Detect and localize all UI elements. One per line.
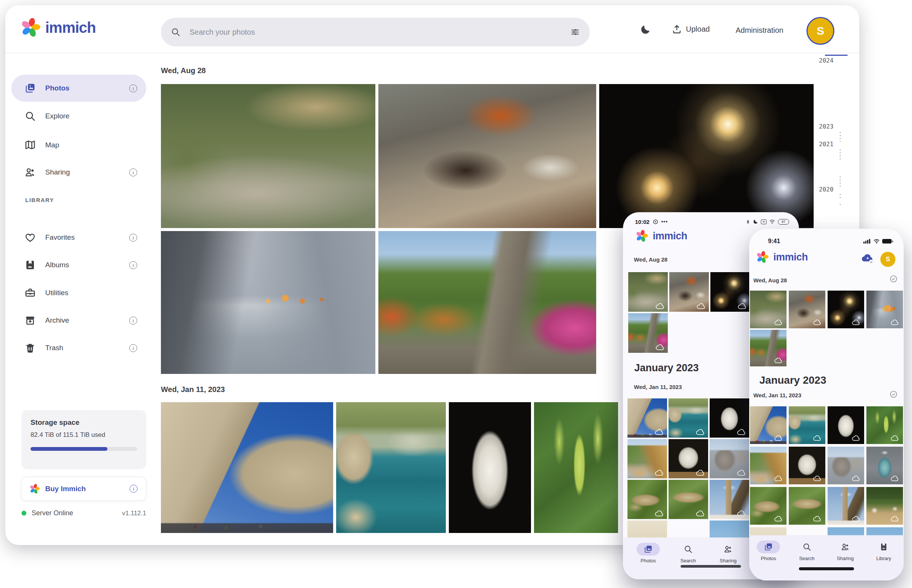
sidebar-item-photos[interactable]: Photos i bbox=[11, 74, 146, 102]
user-avatar[interactable]: S bbox=[880, 252, 896, 267]
sidebar-item-trash[interactable]: Trash i bbox=[11, 339, 146, 357]
sidebar-item-map[interactable]: Map bbox=[11, 136, 146, 154]
photo-monkeys-forest[interactable] bbox=[161, 84, 375, 228]
search-filters-icon[interactable] bbox=[570, 27, 580, 37]
sidebar-label-map: Map bbox=[45, 141, 59, 149]
photo-coastal-bay[interactable] bbox=[668, 398, 708, 438]
photo-dinner-table[interactable] bbox=[378, 84, 596, 228]
sidebar-item-albums[interactable]: Albums i bbox=[11, 256, 146, 274]
tab-sharing[interactable]: Sharing bbox=[828, 541, 862, 561]
info-icon[interactable]: i bbox=[130, 485, 137, 493]
info-icon[interactable]: i bbox=[129, 168, 137, 176]
home-indicator bbox=[681, 565, 741, 568]
photo-fortress-ruins[interactable] bbox=[710, 439, 749, 478]
sidebar-item-utilities[interactable]: Utilities bbox=[11, 284, 146, 302]
photo-monkeys-forest[interactable] bbox=[628, 272, 668, 312]
photo-beach-cliff[interactable] bbox=[628, 439, 667, 478]
photo-town-tower[interactable] bbox=[828, 487, 864, 525]
tab-search[interactable]: Search bbox=[671, 543, 705, 564]
immich-logo[interactable]: immich bbox=[20, 17, 96, 38]
theme-toggle-button[interactable] bbox=[640, 24, 651, 35]
moon-icon bbox=[640, 24, 651, 35]
top-header: immich bbox=[5, 5, 859, 53]
photo-dinner-table[interactable] bbox=[669, 272, 709, 312]
tab-library[interactable]: Library bbox=[867, 541, 901, 561]
photo-autumn-park[interactable] bbox=[378, 231, 596, 374]
sharing-icon bbox=[841, 543, 850, 551]
photo-stone-sculpture[interactable] bbox=[789, 447, 825, 485]
search-input[interactable] bbox=[189, 27, 570, 37]
buy-immich-button[interactable]: Buy Immich i bbox=[21, 477, 146, 501]
photo-coastal-bay[interactable] bbox=[789, 406, 825, 444]
sidebar-item-sharing[interactable]: Sharing i bbox=[11, 163, 146, 181]
cloud-backup-icon bbox=[696, 468, 705, 477]
photo-marble-bust[interactable] bbox=[828, 406, 864, 444]
photo-holding-hands[interactable] bbox=[161, 231, 375, 374]
photo-stone-sculpture[interactable] bbox=[668, 439, 708, 478]
photo-fortress-ruins[interactable] bbox=[828, 447, 864, 485]
timeline-year-2021[interactable]: 2021 bbox=[819, 141, 834, 148]
photo-autumn-park[interactable] bbox=[628, 313, 668, 353]
photo-monkeys-forest[interactable] bbox=[750, 291, 786, 328]
tab-sharing[interactable]: Sharing bbox=[711, 543, 745, 564]
cloud-backup-icon bbox=[774, 515, 784, 523]
cloud-backup-icon bbox=[774, 434, 784, 443]
tab-photos[interactable]: Photos bbox=[631, 543, 665, 564]
archive-icon bbox=[24, 315, 36, 326]
map-icon bbox=[24, 139, 36, 151]
photo-autumn-park[interactable] bbox=[750, 330, 786, 367]
cloud-backup-icon bbox=[655, 428, 664, 436]
administration-button[interactable]: Administration bbox=[736, 26, 783, 35]
photo-holding-hands[interactable] bbox=[867, 291, 903, 328]
photo-lizard[interactable] bbox=[750, 487, 786, 525]
photo-castle-wall[interactable] bbox=[628, 398, 667, 438]
info-icon[interactable]: i bbox=[129, 261, 137, 269]
storage-space-card: Storage space 82.4 TiB of 115.1 TiB used bbox=[21, 410, 146, 469]
photo-green-berries[interactable] bbox=[534, 402, 618, 533]
info-icon[interactable]: i bbox=[129, 317, 137, 325]
timeline-year-2020[interactable]: 2020 bbox=[819, 186, 834, 193]
sidebar-label-explore: Explore bbox=[45, 112, 69, 120]
cloud-backup-icon bbox=[891, 318, 900, 327]
photo-castle-wall[interactable] bbox=[750, 406, 786, 444]
cloud-backup-icon bbox=[813, 515, 823, 523]
photos-icon bbox=[644, 544, 653, 554]
sidebar-item-favorites[interactable]: Favorites i bbox=[11, 228, 146, 247]
photo-lizard[interactable] bbox=[628, 480, 667, 519]
photo-green-berries[interactable] bbox=[867, 406, 903, 444]
sharing-icon bbox=[24, 166, 36, 178]
photo-coastal-bay[interactable] bbox=[336, 402, 446, 533]
info-icon[interactable]: i bbox=[129, 344, 137, 352]
photo-lizard-closeup[interactable] bbox=[789, 487, 825, 525]
photo-dinner-table[interactable] bbox=[789, 291, 825, 328]
sidebar-item-archive[interactable]: Archive i bbox=[11, 311, 146, 330]
photo-lizard-closeup[interactable] bbox=[668, 480, 708, 519]
photo-castle-wall[interactable] bbox=[161, 402, 333, 533]
immich-flower-icon bbox=[635, 229, 648, 242]
photo-marble-bust[interactable] bbox=[710, 398, 749, 438]
photo-ornate-sculpture[interactable] bbox=[867, 447, 903, 485]
cloud-sync-icon[interactable] bbox=[861, 252, 875, 265]
timeline-year-2024[interactable]: 2024 bbox=[819, 57, 834, 64]
immich-logo: immich bbox=[756, 250, 808, 263]
upload-button[interactable]: Upload bbox=[671, 24, 710, 34]
photo-fireworks[interactable] bbox=[599, 84, 814, 228]
tab-search[interactable]: Search bbox=[790, 541, 824, 561]
cloud-backup-icon bbox=[891, 515, 900, 523]
user-avatar[interactable]: S bbox=[807, 17, 835, 45]
select-day-check-icon[interactable] bbox=[889, 275, 897, 283]
photo-marble-bust[interactable] bbox=[449, 402, 531, 533]
photo-fireworks[interactable] bbox=[828, 291, 864, 328]
search-bar[interactable] bbox=[161, 18, 590, 46]
cloud-backup-icon bbox=[813, 318, 823, 327]
photo-town-tower[interactable] bbox=[710, 480, 749, 519]
photo-mountain-village[interactable] bbox=[867, 487, 903, 525]
info-icon[interactable]: i bbox=[129, 234, 137, 242]
timeline-year-2023[interactable]: 2023 bbox=[819, 123, 834, 130]
photo-beach-cliff[interactable] bbox=[750, 447, 786, 485]
photo-fireworks[interactable] bbox=[710, 272, 750, 312]
sidebar-item-explore[interactable]: Explore bbox=[11, 107, 146, 125]
tab-photos[interactable]: Photos bbox=[751, 541, 785, 561]
select-day-check-icon[interactable] bbox=[889, 390, 897, 398]
info-icon[interactable]: i bbox=[129, 84, 137, 92]
